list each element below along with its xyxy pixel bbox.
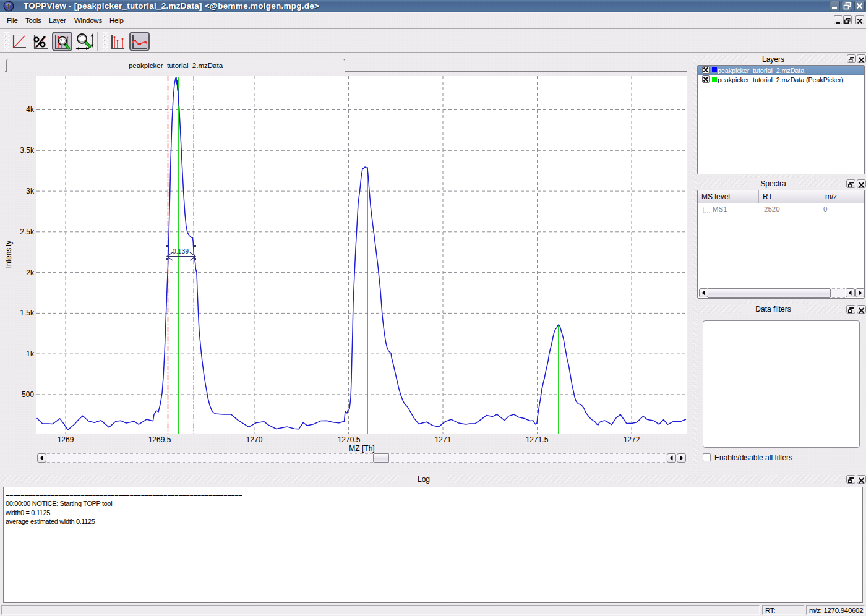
svg-text:0.139: 0.139 xyxy=(173,247,189,255)
svg-text:T: T xyxy=(6,2,11,11)
